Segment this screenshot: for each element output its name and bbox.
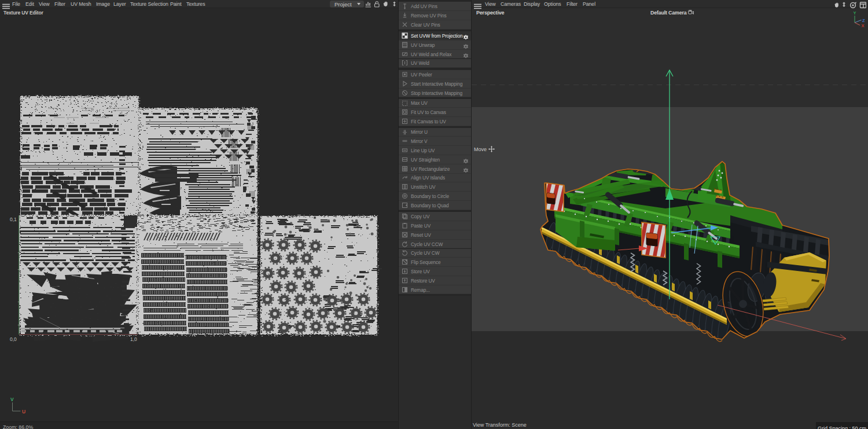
svg-text:V: V [10, 397, 14, 402]
svg-text:U: U [22, 409, 25, 415]
